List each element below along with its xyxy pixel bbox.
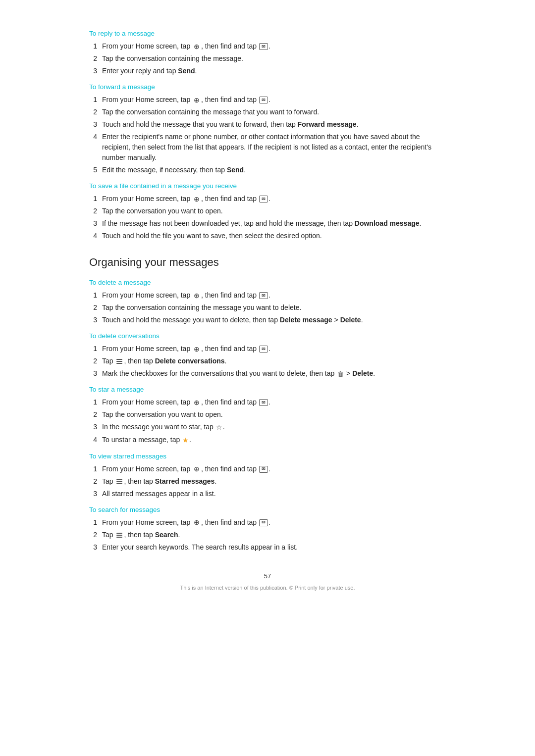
- section-forward-list: 1 From your Home screen, tap , then find…: [89, 95, 446, 175]
- section-save-file: To save a file contained in a message yo…: [89, 182, 446, 241]
- msg-icon: ✉: [259, 292, 268, 299]
- list-item: 4 Enter the recipient's name or phone nu…: [89, 132, 446, 163]
- section-star-message: To star a message 1 From your Home scree…: [89, 386, 446, 446]
- section-reply-list: 1 From your Home screen, tap , then find…: [89, 41, 446, 76]
- list-item: 3 Mark the checkboxes for the conversati…: [89, 368, 446, 379]
- section-reply: To reply to a message 1 From your Home s…: [89, 30, 446, 76]
- apps-icon: [193, 195, 201, 203]
- page-number: 57: [89, 572, 446, 580]
- list-item: 3 Enter your search keywords. The search…: [89, 542, 446, 553]
- section-delete-message-heading: To delete a message: [89, 279, 446, 286]
- list-item: 3 Touch and hold the message you want to…: [89, 315, 446, 325]
- msg-icon: ✉: [259, 196, 268, 202]
- list-item: 1 From your Home screen, tap , then find…: [89, 95, 446, 105]
- section-search-messages-list: 1 From your Home screen, tap , then find…: [89, 517, 446, 553]
- list-item: 3 Enter your reply and tap Send.: [89, 66, 446, 76]
- list-item: 1 From your Home screen, tap , then find…: [89, 290, 446, 301]
- list-item: 2 Tap the conversation you want to open.: [89, 206, 446, 216]
- list-item: 1 From your Home screen, tap , then find…: [89, 397, 446, 407]
- list-item: 2 Tap the conversation containing the me…: [89, 302, 446, 313]
- list-item: 4 Touch and hold the file you want to sa…: [89, 231, 446, 241]
- list-item: 3 All starred messages appear in a list.: [89, 489, 446, 499]
- list-item: 1 From your Home screen, tap , then find…: [89, 464, 446, 474]
- section-delete-conversations-list: 1 From your Home screen, tap , then find…: [89, 344, 446, 379]
- msg-icon: ✉: [259, 43, 268, 50]
- section-forward: To forward a message 1 From your Home sc…: [89, 83, 446, 175]
- menu-icon: [115, 478, 123, 485]
- menu-icon: [115, 532, 123, 539]
- section-search-messages: To search for messages 1 From your Home …: [89, 506, 446, 553]
- trash-icon: 🗑: [337, 370, 344, 377]
- list-item: 3 Touch and hold the message that you wa…: [89, 119, 446, 130]
- section-star-message-heading: To star a message: [89, 386, 446, 393]
- list-item: 2 Tap , then tap Search.: [89, 530, 446, 540]
- apps-icon: [193, 465, 201, 473]
- list-item: 5 Edit the message, if necessary, then t…: [89, 165, 446, 175]
- list-item: 3 If the message has not been downloaded…: [89, 218, 446, 229]
- list-item: 3 In the message you want to star, tap ☆…: [89, 422, 446, 433]
- chapter-title: Organising your messages: [89, 256, 446, 269]
- menu-icon: [115, 358, 123, 365]
- section-view-starred-heading: To view starred messages: [89, 453, 446, 460]
- msg-icon: ✉: [259, 97, 268, 103]
- section-forward-heading: To forward a message: [89, 83, 446, 91]
- section-view-starred: To view starred messages 1 From your Hom…: [89, 453, 446, 499]
- list-item: 1 From your Home screen, tap , then find…: [89, 344, 446, 354]
- msg-icon: ✉: [259, 466, 268, 473]
- star-empty-icon: ☆: [216, 422, 222, 433]
- msg-icon: ✉: [259, 519, 268, 526]
- section-delete-conversations-heading: To delete conversations: [89, 332, 446, 340]
- footer-text: This is an Internet version of this publ…: [89, 585, 446, 591]
- apps-icon: [193, 399, 201, 406]
- section-reply-heading: To reply to a message: [89, 30, 446, 37]
- list-item: 1 From your Home screen, tap , then find…: [89, 41, 446, 51]
- section-delete-conversations: To delete conversations 1 From your Home…: [89, 332, 446, 379]
- section-delete-message: To delete a message 1 From your Home scr…: [89, 279, 446, 325]
- list-item: 2 Tap the conversation containing the me…: [89, 107, 446, 117]
- section-star-message-list: 1 From your Home screen, tap , then find…: [89, 397, 446, 446]
- apps-icon: [193, 519, 201, 527]
- list-item: 4 To unstar a message, tap ★.: [89, 435, 446, 446]
- list-item: 2 Tap , then tap Delete conversations.: [89, 356, 446, 366]
- list-item: 2 Tap the conversation you want to open.: [89, 409, 446, 420]
- list-item: 1 From your Home screen, tap , then find…: [89, 194, 446, 204]
- apps-icon: [193, 96, 201, 104]
- list-item: 2 Tap the conversation containing the me…: [89, 53, 446, 64]
- apps-icon: [193, 292, 201, 300]
- msg-icon: ✉: [259, 346, 268, 353]
- section-search-messages-heading: To search for messages: [89, 506, 446, 513]
- section-delete-message-list: 1 From your Home screen, tap , then find…: [89, 290, 446, 325]
- star-filled-icon: ★: [182, 435, 189, 446]
- msg-icon: ✉: [259, 399, 268, 406]
- page: To reply to a message 1 From your Home s…: [0, 0, 535, 756]
- section-save-file-list: 1 From your Home screen, tap , then find…: [89, 194, 446, 241]
- section-save-file-heading: To save a file contained in a message yo…: [89, 182, 446, 190]
- list-item: 2 Tap , then tap Starred messages.: [89, 476, 446, 487]
- apps-icon: [193, 345, 201, 353]
- apps-icon: [193, 43, 201, 50]
- section-view-starred-list: 1 From your Home screen, tap , then find…: [89, 464, 446, 499]
- list-item: 1 From your Home screen, tap , then find…: [89, 517, 446, 528]
